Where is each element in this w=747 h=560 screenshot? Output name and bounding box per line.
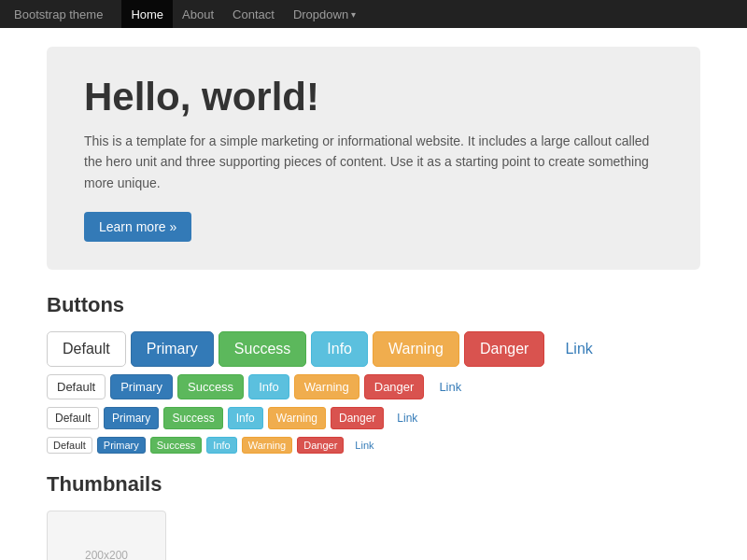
- btn-primary-md[interactable]: Primary: [110, 374, 173, 399]
- btn-link-md[interactable]: Link: [429, 374, 472, 399]
- thumbnails-section: Thumbnails 200x200: [47, 472, 700, 560]
- btn-danger-xs[interactable]: Danger: [297, 437, 344, 454]
- hero-description: This is a template for a simple marketin…: [84, 131, 663, 193]
- nav-link-contact[interactable]: Contact: [223, 0, 284, 28]
- btn-primary-sm[interactable]: Primary: [104, 407, 159, 429]
- btn-info-xs[interactable]: Info: [206, 437, 236, 454]
- btn-link-sm[interactable]: Link: [388, 407, 426, 429]
- navbar: Bootstrap theme Home About Contact Dropd…: [0, 0, 747, 28]
- nav-item-home[interactable]: Home: [121, 0, 173, 28]
- btn-default-lg[interactable]: Default: [47, 331, 126, 367]
- navbar-brand[interactable]: Bootstrap theme: [14, 7, 103, 21]
- nav-item-contact[interactable]: Contact: [223, 0, 284, 28]
- nav-link-about[interactable]: About: [173, 0, 223, 28]
- chevron-down-icon: ▾: [351, 9, 356, 20]
- main-container: Hello, world! This is a template for a s…: [33, 28, 714, 560]
- thumbnails-title: Thumbnails: [47, 472, 700, 497]
- dropdown-label: Dropdown: [293, 7, 348, 21]
- btn-row-xs: Default Primary Success Info Warning Dan…: [47, 437, 700, 454]
- btn-default-md[interactable]: Default: [47, 374, 106, 399]
- btn-warning-sm[interactable]: Warning: [268, 407, 326, 429]
- buttons-section: Buttons Default Primary Success Info War…: [47, 293, 700, 454]
- btn-warning-lg[interactable]: Warning: [373, 331, 459, 367]
- buttons-title: Buttons: [47, 293, 700, 317]
- thumbnail-label: 200x200: [85, 549, 128, 560]
- nav-item-about[interactable]: About: [173, 0, 223, 28]
- btn-row-sm: Default Primary Success Info Warning Dan…: [47, 407, 700, 429]
- learn-more-button[interactable]: Learn more »: [84, 212, 191, 242]
- btn-primary-xs[interactable]: Primary: [97, 437, 146, 454]
- btn-default-xs[interactable]: Default: [47, 437, 92, 454]
- btn-danger-lg[interactable]: Danger: [464, 331, 544, 367]
- btn-row-md: Default Primary Success Info Warning Dan…: [47, 374, 700, 399]
- btn-success-sm[interactable]: Success: [163, 407, 222, 429]
- btn-success-lg[interactable]: Success: [218, 331, 306, 367]
- btn-default-sm[interactable]: Default: [47, 407, 99, 429]
- jumbotron: Hello, world! This is a template for a s…: [47, 47, 700, 270]
- btn-danger-md[interactable]: Danger: [364, 374, 425, 399]
- btn-info-md[interactable]: Info: [248, 374, 289, 399]
- hero-title: Hello, world!: [84, 75, 663, 119]
- btn-info-sm[interactable]: Info: [228, 407, 263, 429]
- btn-warning-xs[interactable]: Warning: [242, 437, 293, 454]
- btn-link-xs[interactable]: Link: [348, 437, 380, 454]
- btn-info-lg[interactable]: Info: [311, 331, 368, 367]
- nav-item-dropdown[interactable]: Dropdown ▾: [284, 0, 365, 28]
- nav-link-home[interactable]: Home: [121, 0, 173, 28]
- navbar-nav: Home About Contact Dropdown ▾: [121, 0, 365, 28]
- btn-link-lg[interactable]: Link: [549, 331, 608, 367]
- btn-danger-sm[interactable]: Danger: [331, 407, 384, 429]
- thumbnail-item[interactable]: 200x200: [47, 511, 166, 560]
- btn-primary-lg[interactable]: Primary: [131, 331, 214, 367]
- btn-warning-md[interactable]: Warning: [294, 374, 359, 399]
- btn-success-xs[interactable]: Success: [150, 437, 203, 454]
- btn-success-md[interactable]: Success: [177, 374, 244, 399]
- nav-link-dropdown[interactable]: Dropdown ▾: [284, 0, 365, 28]
- btn-row-lg: Default Primary Success Info Warning Dan…: [47, 331, 700, 367]
